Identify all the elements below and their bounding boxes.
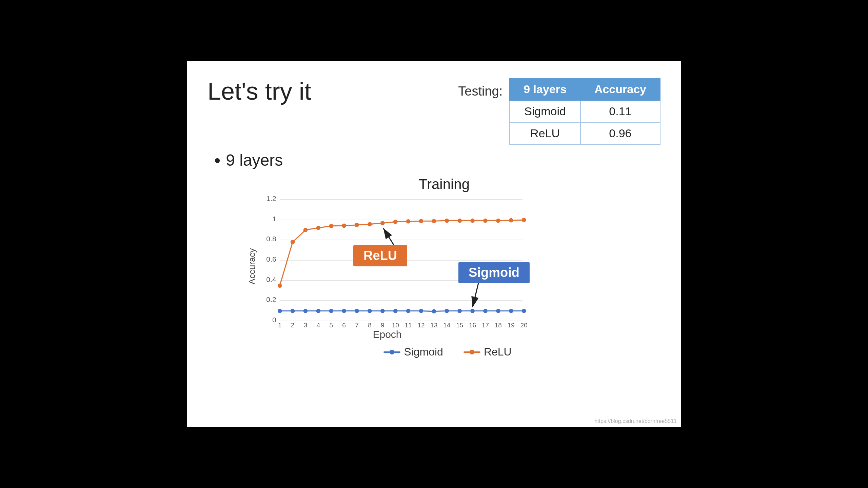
svg-point-35	[291, 309, 295, 313]
svg-text:13: 13	[430, 322, 437, 328]
slide-title: Let's try it	[208, 78, 311, 105]
svg-text:2: 2	[291, 322, 295, 328]
chart-title: Training	[228, 176, 660, 192]
svg-point-34	[278, 309, 282, 313]
chart-area: Training Accuracy 1	[208, 176, 660, 358]
header-row: Let's try it Testing: 9 layers Accuracy …	[208, 75, 660, 145]
svg-point-36	[303, 309, 308, 313]
testing-section: Testing: 9 layers Accuracy Sigmoid 0.11 …	[458, 78, 660, 145]
svg-point-54	[278, 283, 282, 288]
svg-point-72	[509, 218, 513, 223]
svg-point-46	[432, 309, 436, 313]
svg-point-64	[406, 219, 411, 224]
table-row-relu: ReLU 0.96	[510, 122, 660, 144]
svg-text:20: 20	[520, 322, 528, 328]
svg-text:5: 5	[329, 322, 333, 328]
bullet-dot: •	[214, 151, 220, 169]
svg-text:18: 18	[495, 322, 502, 328]
svg-point-52	[509, 309, 513, 313]
bullet-text: 9 layers	[226, 151, 283, 169]
table-cell-sigmoid-name: Sigmoid	[510, 100, 580, 122]
svg-point-67	[445, 219, 449, 223]
svg-point-60	[355, 223, 359, 227]
svg-text:11: 11	[405, 322, 412, 328]
table-header-layers: 9 layers	[510, 78, 580, 100]
svg-point-37	[316, 309, 321, 313]
svg-point-49	[470, 309, 475, 313]
svg-point-71	[496, 219, 500, 223]
svg-point-40	[355, 309, 359, 313]
legend-row: Sigmoid ReLU	[235, 346, 660, 358]
svg-text:1: 1	[278, 322, 282, 328]
table-cell-relu-name: ReLU	[510, 122, 580, 144]
sigmoid-label-box: Sigmoid	[458, 262, 530, 283]
svg-point-50	[483, 309, 488, 313]
svg-text:10: 10	[392, 322, 399, 328]
svg-text:17: 17	[482, 322, 489, 328]
svg-text:16: 16	[469, 322, 476, 328]
chart-container: 1.2 1 0.8 0.6 0.4 0.2 0 1 2 3 4 5 6 7 8	[255, 192, 533, 328]
table-header-accuracy: Accuracy	[580, 78, 660, 100]
svg-text:8: 8	[368, 322, 372, 328]
svg-text:14: 14	[443, 322, 450, 328]
svg-point-70	[483, 219, 488, 223]
svg-point-42	[380, 309, 385, 313]
svg-text:9: 9	[381, 322, 384, 328]
svg-text:15: 15	[456, 322, 463, 328]
legend-sigmoid-label: Sigmoid	[404, 346, 443, 358]
svg-text:0.2: 0.2	[266, 296, 276, 303]
svg-point-48	[457, 309, 462, 313]
svg-point-45	[419, 309, 423, 313]
bullet-section: • 9 layers	[214, 151, 660, 169]
svg-text:0: 0	[272, 316, 276, 324]
svg-point-68	[457, 219, 462, 223]
svg-point-38	[329, 309, 333, 313]
svg-point-63	[393, 220, 398, 224]
svg-point-44	[406, 309, 411, 313]
svg-point-73	[522, 218, 526, 222]
legend-line-sigmoid	[383, 351, 400, 353]
svg-point-66	[432, 219, 436, 223]
svg-text:1.2: 1.2	[266, 195, 276, 202]
accuracy-table: 9 layers Accuracy Sigmoid 0.11 ReLU 0.96	[509, 78, 660, 145]
svg-text:19: 19	[508, 322, 515, 328]
svg-point-55	[291, 240, 295, 244]
svg-text:1: 1	[272, 215, 276, 223]
svg-text:4: 4	[317, 322, 320, 328]
relu-label-text: ReLU	[363, 248, 397, 263]
legend-line-relu	[463, 351, 480, 353]
table-cell-sigmoid-accuracy: 0.11	[580, 100, 660, 122]
legend-item-sigmoid: Sigmoid	[383, 346, 443, 358]
relu-label-box: ReLU	[353, 245, 407, 266]
svg-text:3: 3	[304, 322, 308, 328]
svg-text:7: 7	[355, 322, 359, 328]
svg-text:0.8: 0.8	[266, 235, 276, 243]
table-row-sigmoid: Sigmoid 0.11	[510, 100, 660, 122]
svg-point-65	[419, 219, 423, 223]
svg-point-51	[496, 309, 500, 313]
svg-text:6: 6	[342, 322, 346, 328]
svg-point-47	[445, 309, 449, 313]
svg-point-43	[393, 309, 398, 313]
svg-line-76	[473, 281, 479, 307]
sigmoid-label-text: Sigmoid	[469, 265, 519, 280]
svg-point-69	[470, 219, 475, 223]
svg-point-62	[380, 221, 385, 225]
legend-relu-label: ReLU	[484, 346, 512, 358]
x-axis-label: Epoch	[255, 329, 519, 340]
slide: Let's try it Testing: 9 layers Accuracy …	[187, 61, 681, 427]
svg-point-58	[329, 224, 333, 228]
svg-point-56	[303, 228, 308, 232]
svg-text:12: 12	[417, 322, 425, 328]
svg-point-53	[522, 309, 526, 313]
svg-point-57	[316, 226, 321, 230]
table-cell-relu-accuracy: 0.96	[580, 122, 660, 144]
watermark: https://blog.csdn.net/bornfree5511	[594, 418, 677, 424]
legend-item-relu: ReLU	[463, 346, 512, 358]
svg-point-61	[368, 222, 372, 226]
svg-text:0.6: 0.6	[266, 255, 276, 263]
svg-point-39	[342, 309, 346, 313]
svg-text:0.4: 0.4	[266, 276, 276, 283]
svg-point-59	[342, 224, 346, 228]
testing-label: Testing:	[458, 84, 502, 99]
